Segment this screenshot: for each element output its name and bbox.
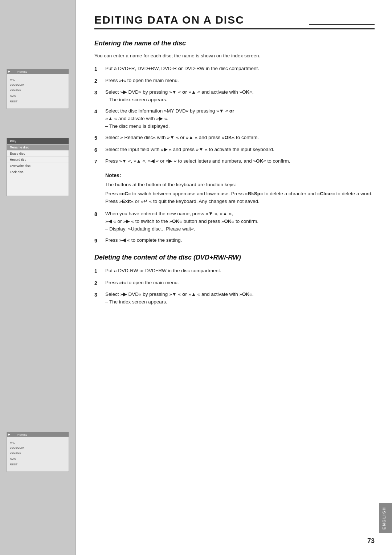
screen3-title: Holiday — [17, 433, 27, 436]
step-8: 8 When you have entered the new name, pr… — [94, 210, 375, 233]
menu-item-rename: Rename disc — [7, 144, 69, 151]
step-4: 4 Select the disc information »MY DVD« b… — [94, 107, 375, 130]
screen1-title: Holiday — [17, 70, 27, 73]
screen-mockup-index-2: ▶ Holiday PAL 30/09/2004 00:02:32 DVD RE… — [7, 432, 69, 472]
page-title: EDITING DATA ON A DISC — [94, 14, 375, 29]
step-3: 3 Select »▶ DVD« by pressing »▼ « or »▲ … — [94, 89, 375, 104]
step-6: 6 Select the input field with »▶ « and p… — [94, 146, 375, 154]
step-7: 7 Press »▼ «, »▲ «, »◀ « or »▶ « to sele… — [94, 158, 375, 166]
section1-intro: You can enter a name for each disc; the … — [94, 52, 375, 60]
section2-heading: Deleting the content of the disc (DVD+RW… — [94, 254, 375, 261]
steps-list-2: 8 When you have entered the new name, pr… — [94, 210, 375, 245]
notes-line-2: Press »cC« to switch between uppercase a… — [105, 190, 375, 205]
step-5: 5 Select » Rename disc« with »▼ « or »▲ … — [94, 134, 375, 142]
menu-item-overwrite: Overwrite disc — [7, 163, 69, 169]
menu-item-record: Record title — [7, 157, 69, 163]
menu-item-play: Play — [7, 138, 69, 144]
sidebar: ▶ Holiday PAL 30/09/2004 00:02:32 DVD RE… — [0, 0, 76, 555]
notes-line-1: The buttons at the bottom of the keyboar… — [105, 181, 375, 189]
step2-2: 2 Press »i« to open the main menu. — [94, 279, 375, 287]
notes-title: Notes: — [105, 172, 375, 180]
page-number: 73 — [367, 537, 375, 545]
menu-item-erase: Erase disc — [7, 151, 69, 157]
language-tab: ENGLISH — [379, 503, 392, 533]
step2-3: 3 Select »▶ DVD« by pressing »▼ « or »▲ … — [94, 291, 375, 306]
steps-list-3: 1 Put a DVD-RW or DVD+RW in the disc com… — [94, 267, 375, 306]
step-1: 1 Put a DVD+R, DVD+RW, DVD-R or DVD-RW i… — [94, 65, 375, 73]
main-content: EDITING DATA ON A DISC Entering the name… — [76, 0, 392, 555]
step-2: 2 Press »i« to open the main menu. — [94, 77, 375, 85]
step2-1: 1 Put a DVD-RW or DVD+RW in the disc com… — [94, 267, 375, 276]
screen-mockup-index: ▶ Holiday PAL 30/09/2004 00:02:32 DVD RE… — [7, 69, 69, 109]
steps-list-1: 1 Put a DVD+R, DVD+RW, DVD-R or DVD-RW i… — [94, 65, 375, 166]
menu-item-lock: Lock disc — [7, 169, 69, 175]
notes-block: Notes: The buttons at the bottom of the … — [105, 172, 375, 205]
step-9: 9 Press »◀ « to complete the setting. — [94, 237, 375, 245]
section1-heading: Entering the name of the disc — [94, 40, 375, 47]
screen-mockup-menu: Play Rename disc Erase disc Record title… — [7, 138, 69, 196]
